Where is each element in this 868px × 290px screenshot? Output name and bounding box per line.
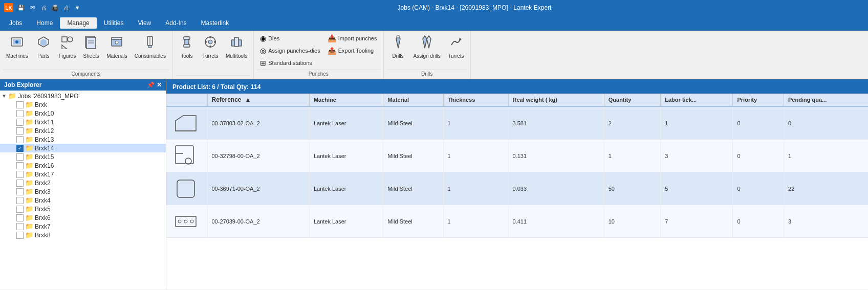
save-icon[interactable]: 💾	[16, 3, 26, 12]
col-weight[interactable]: Real weight ( kg)	[508, 94, 604, 106]
svg-rect-39	[177, 180, 194, 197]
turrets-button[interactable]: Turrets	[199, 33, 222, 61]
drills-button[interactable]: Drills	[387, 33, 409, 61]
brxk8-folder-icon: 📁	[25, 231, 33, 239]
tree-item-brxk6[interactable]: 📁 Brxk6	[0, 213, 166, 222]
standard-stations-button[interactable]: ⊞ Standard stations	[257, 57, 323, 69]
table-row[interactable]: 00-27039-00-OA_2 Lantek Laser Mild Steel…	[166, 205, 868, 238]
brxk7-checkbox[interactable]	[16, 223, 24, 230]
print-icon[interactable]: 🖨	[39, 3, 48, 12]
brxk11-checkbox[interactable]	[16, 119, 24, 126]
tree-item-brxk16[interactable]: 📁 Brxk16	[0, 161, 166, 170]
quick-icons: 💾 ✉ 🖨 📠 🖨 ▼	[16, 3, 82, 12]
col-quantity[interactable]: Quantity	[604, 94, 661, 106]
consumables-button[interactable]: Consumables	[132, 33, 169, 61]
svg-marker-7	[62, 45, 67, 49]
assign-punches-button[interactable]: ◎ Assign punches-dies	[257, 45, 323, 56]
brxk5-checkbox[interactable]	[16, 206, 24, 213]
brxk14-checkbox[interactable]: ✓	[16, 145, 24, 152]
brxk13-checkbox[interactable]	[16, 136, 24, 143]
punches-label: Punches	[257, 70, 380, 79]
parts-button[interactable]: Parts	[32, 33, 55, 61]
menu-masterlink[interactable]: Masterlink	[194, 17, 236, 29]
turrets2-button[interactable]: Turrets	[445, 33, 467, 61]
col-pending[interactable]: Pending qua...	[784, 94, 868, 106]
col-material[interactable]: Material	[383, 94, 443, 106]
close-icon[interactable]: ✕	[157, 81, 162, 88]
title-bar: LK 💾 ✉ 🖨 📠 🖨 ▼ Jobs (CAM) - Brxk14 - [26…	[0, 0, 868, 15]
tree-item-brxk8[interactable]: 📁 Brxk8	[0, 231, 166, 239]
import-punches-button[interactable]: 📥 Import punches	[324, 33, 380, 44]
table-row[interactable]: 00-37803-02-OA_2 Lantek Laser Mild Steel…	[166, 106, 868, 140]
tree-item-brxk5[interactable]: 📁 Brxk5	[0, 205, 166, 213]
machines-button[interactable]: Machines	[3, 33, 31, 61]
tree-item-brxk15[interactable]: 📁 Brxk15	[0, 152, 166, 161]
brxk12-checkbox[interactable]	[16, 127, 24, 135]
table-header-row: Reference ▲ Machine Material Thickness R…	[166, 94, 868, 106]
tree-item-brxk14[interactable]: ✓ 📁 Brxk14	[0, 144, 166, 152]
brxk12-label: Brxk12	[35, 127, 54, 135]
menu-manage[interactable]: Manage	[60, 17, 96, 29]
svg-rect-13	[112, 37, 122, 39]
menu-jobs[interactable]: Jobs	[2, 17, 29, 29]
brxk17-checkbox[interactable]	[16, 171, 24, 178]
svg-point-37	[185, 158, 191, 164]
dies-button[interactable]: ◉ Dies	[257, 33, 323, 44]
brxk8-checkbox[interactable]	[16, 232, 24, 239]
tree-root[interactable]: ▼ 📁 Jobs '26091983_MPO'	[0, 92, 166, 100]
tree-item-brxk[interactable]: 📁 Brxk	[0, 100, 166, 109]
tree-item-brxk17[interactable]: 📁 Brxk17	[0, 170, 166, 179]
tools-button[interactable]: Tools	[176, 33, 198, 61]
brxk16-checkbox[interactable]	[16, 162, 24, 169]
tree-item-brxk11[interactable]: 📁 Brxk11	[0, 118, 166, 126]
brxk4-checkbox[interactable]	[16, 197, 24, 204]
table-row[interactable]: 00-32798-00-OA_2 Lantek Laser Mild Steel…	[166, 140, 868, 172]
menu-view[interactable]: View	[131, 17, 158, 29]
brxk15-checkbox[interactable]	[16, 153, 24, 161]
tree-item-brxk10[interactable]: 📁 Brxk10	[0, 109, 166, 118]
row3-thickness: 1	[443, 172, 508, 205]
tree-item-brxk7[interactable]: 📁 Brxk7	[0, 222, 166, 231]
tree-item-brxk4[interactable]: 📁 Brxk4	[0, 196, 166, 205]
row4-thickness: 1	[443, 205, 508, 238]
svg-rect-19	[184, 37, 190, 39]
tree-item-brxk2[interactable]: 📁 Brxk2	[0, 179, 166, 187]
col-thickness[interactable]: Thickness	[443, 94, 508, 106]
svg-rect-31	[397, 36, 400, 38]
dropdown-icon[interactable]: ▼	[73, 3, 82, 12]
fax-icon[interactable]: 📠	[50, 3, 59, 12]
export-tooling-button[interactable]: 📤 Export Tooling	[324, 45, 380, 56]
tree-item-brxk13[interactable]: 📁 Brxk13	[0, 135, 166, 144]
col-machine[interactable]: Machine	[309, 94, 383, 106]
col-labor[interactable]: Labor tick...	[661, 94, 733, 106]
brxk6-checkbox[interactable]	[16, 214, 24, 221]
brxk-checkbox[interactable]	[16, 101, 24, 108]
printer2-icon[interactable]: 🖨	[61, 3, 71, 12]
col-priority[interactable]: Priority	[733, 94, 784, 106]
col-thumb[interactable]	[166, 94, 207, 106]
multitools-button[interactable]: Multitools	[223, 33, 250, 61]
svg-marker-34	[459, 37, 462, 40]
menu-home[interactable]: Home	[29, 17, 60, 29]
dies-label: Dies	[268, 35, 279, 41]
sheets-button[interactable]: Sheets	[80, 33, 102, 61]
materials-button[interactable]: Materials	[103, 33, 131, 61]
tree-item-brxk3[interactable]: 📁 Brxk3	[0, 187, 166, 196]
brxk10-checkbox[interactable]	[16, 110, 24, 117]
product-table-wrapper[interactable]: Reference ▲ Machine Material Thickness R…	[166, 94, 868, 289]
table-row[interactable]: 00-36971-00-OA_2 Lantek Laser Mild Steel…	[166, 172, 868, 205]
menu-utilities[interactable]: Utilities	[97, 17, 131, 29]
col-reference[interactable]: Reference ▲	[207, 94, 309, 106]
pin-icon[interactable]: 📌	[147, 81, 155, 88]
brxk3-folder-icon: 📁	[25, 188, 33, 195]
email-icon[interactable]: ✉	[28, 3, 37, 12]
tree-item-brxk12[interactable]: 📁 Brxk12	[0, 126, 166, 135]
brxk3-label: Brxk3	[35, 188, 51, 195]
menu-addins[interactable]: Add-Ins	[158, 17, 193, 29]
figures-button[interactable]: Figures	[56, 33, 79, 61]
row3-labor: 5	[661, 172, 733, 205]
assign-drills-button[interactable]: Assign drills	[410, 33, 444, 61]
tools-icon	[180, 35, 194, 52]
brxk3-checkbox[interactable]	[16, 188, 24, 195]
brxk2-checkbox[interactable]	[16, 180, 24, 187]
